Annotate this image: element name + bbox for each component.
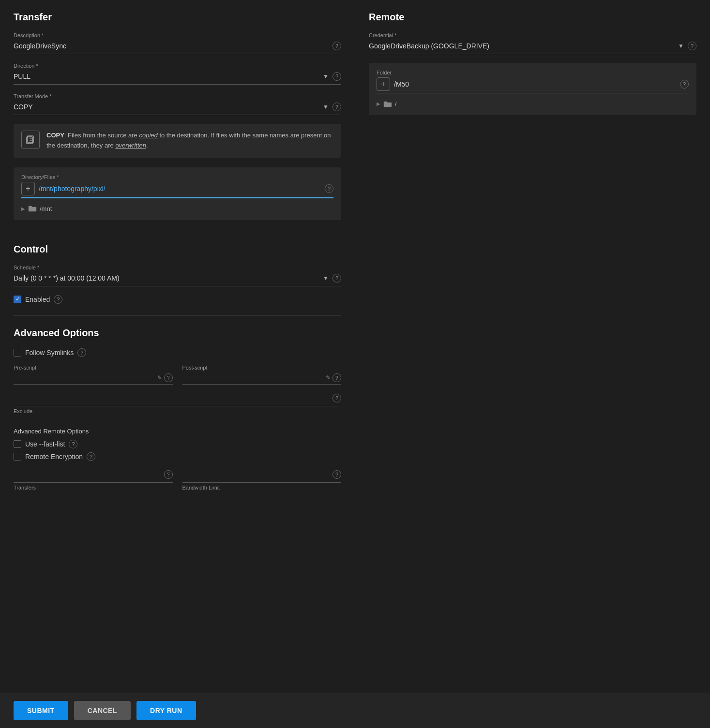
divider-advanced [14,315,341,316]
remote-tree-arrow-icon: ▶ [377,101,380,106]
remote-encryption-label: Remote Encryption [25,453,83,461]
exclude-help-icon[interactable]: ? [332,394,341,402]
post-script-label: Post-script [182,365,342,371]
description-label: Description * [14,32,341,38]
dry-run-button[interactable]: DRY RUN [136,701,196,720]
credential-value: GoogleDriveBackup (GOOGLE_DRIVE) [369,40,674,52]
post-script-group: Post-script ✎ ? [182,365,342,385]
follow-symlinks-checkbox[interactable] [14,349,21,357]
advanced-section: Advanced Options Follow Symlinks ? Pre-s… [14,327,341,492]
fast-list-label: Use --fast-list [25,440,65,448]
credential-dropdown-icon[interactable]: ▼ [678,43,684,49]
follow-symlinks-help-icon[interactable]: ? [77,348,86,357]
credential-field-row: GoogleDriveBackup (GOOGLE_DRIVE) ▼ ? [369,40,696,54]
post-script-input[interactable] [182,374,324,382]
transfer-mode-field-row: COPY ▼ ? [14,101,341,115]
bandwidth-field-row: ? [182,469,342,483]
pre-script-field-row: ✎ ? [14,373,173,385]
remote-encryption-help-icon[interactable]: ? [87,452,95,461]
schedule-dropdown-icon[interactable]: ▼ [323,275,329,282]
copy-info-box: COPY: Files from the source are copied t… [14,124,341,158]
submit-button[interactable]: SUBMIT [14,701,68,720]
directory-label: Directory/Files * [21,174,333,180]
right-panel: Remote Credential * GoogleDriveBackup (G… [355,0,710,693]
main-content: Transfer Description * ? Direction * PUL… [0,0,710,693]
direction-label: Direction * [14,63,341,69]
remote-folder-add-button[interactable]: + [377,77,390,91]
transfer-title: Transfer [14,12,341,23]
direction-dropdown-icon[interactable]: ▼ [323,73,329,80]
schedule-label: Schedule * [14,265,341,270]
directory-add-button[interactable]: + [21,182,35,195]
remote-tree-label: / [395,100,397,107]
control-title: Control [14,244,341,255]
footer-bar: SUBMIT CANCEL DRY RUN [0,693,710,728]
transfers-field-row: ? [14,469,173,483]
copy-bold: COPY [46,132,64,139]
transfer-mode-label: Transfer Mode * [14,93,341,99]
directory-tree-label: /mnt [40,205,52,212]
remote-encryption-checkbox[interactable] [14,453,21,461]
copy-text3: . [146,142,148,149]
exclude-label: Exclude [14,408,341,414]
remote-folder-input[interactable] [394,80,676,88]
left-panel: Transfer Description * ? Direction * PUL… [0,0,355,693]
exclude-input[interactable] [14,392,329,404]
schedule-help-icon[interactable]: ? [332,274,341,282]
remote-encryption-row: Remote Encryption ? [14,452,341,461]
advanced-title: Advanced Options [14,327,341,339]
copy-underline2: overwritten [115,142,146,149]
fast-list-checkbox[interactable] [14,440,21,448]
enabled-help-icon[interactable]: ? [54,295,62,304]
direction-help-icon[interactable]: ? [332,72,341,81]
cancel-button[interactable]: CANCEL [74,701,131,720]
follow-symlinks-row: Follow Symlinks ? [14,348,341,357]
exclude-field-row: ? [14,392,341,406]
remote-title: Remote [369,12,696,23]
copy-text1: : Files from the source are [64,132,139,139]
directory-help-icon[interactable]: ? [325,184,333,193]
post-script-edit-icon[interactable]: ✎ [326,374,331,381]
transfer-mode-help-icon[interactable]: ? [332,103,341,111]
description-input[interactable] [14,40,329,52]
follow-symlinks-label: Follow Symlinks [25,349,74,357]
bandwidth-help-icon[interactable]: ? [332,470,341,479]
divider-control [14,232,341,232]
schedule-field-row: Daily (0 0 * * *) at 00:00 (12:00 AM) ▼ … [14,272,341,286]
pre-script-edit-icon[interactable]: ✎ [157,374,162,381]
script-row: Pre-script ✎ ? Post-script ✎ ? [14,365,341,385]
description-help-icon[interactable]: ? [332,42,341,50]
direction-value: PULL [14,71,319,82]
fast-list-help-icon[interactable]: ? [69,440,77,448]
transfers-input[interactable] [14,469,160,480]
enabled-checkbox[interactable] [14,296,21,303]
post-script-help-icon[interactable]: ? [332,373,341,382]
copy-info-text: COPY: Files from the source are copied t… [46,131,333,151]
remote-folder-icon [383,101,392,107]
transfer-mode-dropdown-icon[interactable]: ▼ [323,104,329,110]
copy-icon [21,131,40,149]
remote-folder-help-icon[interactable]: ? [680,80,689,89]
folder-icon [28,205,37,212]
directory-input[interactable] [39,185,321,193]
pre-script-help-icon[interactable]: ? [164,373,173,382]
directory-box: Directory/Files * + ? ▶ /mnt [14,167,341,220]
transfers-label: Transfers [14,485,173,490]
credential-help-icon[interactable]: ? [688,42,696,50]
transfers-bandwidth-row: ? Transfers ? Bandwidth Limit [14,469,341,492]
remote-tree-item: ▶ / [377,99,689,108]
advanced-remote-label: Advanced Remote Options [14,428,341,435]
credential-field-group: Credential * GoogleDriveBackup (GOOGLE_D… [369,32,696,54]
direction-field-group: Direction * PULL ▼ ? [14,63,341,85]
transfers-help-icon[interactable]: ? [164,470,173,479]
transfer-mode-value: COPY [14,101,319,113]
transfer-mode-field-group: Transfer Mode * COPY ▼ ? [14,93,341,115]
description-field-group: Description * ? [14,32,341,54]
remote-folder-label: Folder [377,70,689,75]
pre-script-group: Pre-script ✎ ? [14,365,173,385]
credential-label: Credential * [369,32,696,38]
bandwidth-input[interactable] [182,469,329,480]
copy-underline1: copied [139,132,157,139]
pre-script-input[interactable] [14,374,155,382]
schedule-value: Daily (0 0 * * *) at 00:00 (12:00 AM) [14,272,319,284]
